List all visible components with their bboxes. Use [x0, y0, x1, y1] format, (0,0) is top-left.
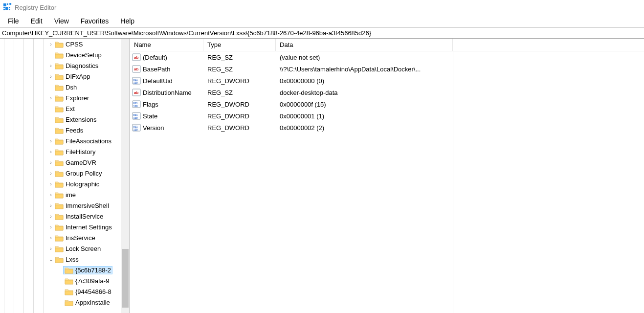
- chevron-right-icon[interactable]: ›: [48, 170, 54, 176]
- menu-file[interactable]: File: [3, 16, 24, 26]
- tree-item[interactable]: ›Explorer: [0, 92, 130, 103]
- value-data: 0x0000000f (15): [276, 98, 453, 110]
- tree-item-label: Diagnostics: [66, 62, 98, 69]
- value-name: Flags: [143, 101, 158, 108]
- menu-bar: FileEditViewFavoritesHelp: [0, 15, 644, 27]
- value-type: REG_DWORD: [203, 75, 276, 87]
- tree-item-label: DIFxApp: [66, 73, 90, 80]
- folder-icon: [55, 191, 64, 199]
- svg-rect-7: [9, 9, 10, 10]
- tree-item[interactable]: ⌄Lxss: [0, 254, 130, 265]
- value-data: \\?\C:\Users\tamalerhino\AppData\Local\D…: [276, 63, 453, 75]
- column-header-type[interactable]: Type: [203, 39, 276, 51]
- value-name: DistributionName: [143, 89, 192, 96]
- menu-favorites[interactable]: Favorites: [76, 16, 114, 26]
- tree-item-label: IrisService: [66, 234, 95, 242]
- tree-item[interactable]: ›ime: [0, 189, 130, 200]
- tree-item-label: {5c6b7188-2: [75, 267, 111, 274]
- chevron-down-icon[interactable]: ⌄: [48, 256, 54, 263]
- value-name: DefaultUid: [143, 77, 173, 85]
- value-row[interactable]: VersionREG_DWORD0x00000002 (2): [130, 122, 644, 134]
- chevron-right-icon[interactable]: ›: [48, 138, 54, 144]
- folder-icon: [55, 62, 64, 69]
- values-pane[interactable]: Name Type Data (Default)REG_SZ(value not…: [130, 39, 644, 313]
- tree-item[interactable]: ›FileHistory: [0, 146, 130, 157]
- tree-item[interactable]: ›CPSS: [0, 39, 130, 49]
- column-splitter[interactable]: [453, 51, 453, 313]
- chevron-right-icon[interactable]: ›: [48, 181, 54, 187]
- folder-icon: [55, 105, 64, 112]
- chevron-right-icon[interactable]: ›: [48, 246, 54, 251]
- folder-icon: [55, 224, 64, 231]
- tree-item[interactable]: Feeds: [0, 125, 130, 135]
- title-bar: Registry Editor: [0, 0, 644, 15]
- folder-icon: [55, 170, 64, 177]
- chevron-right-icon[interactable]: ›: [48, 149, 54, 155]
- chevron-right-icon[interactable]: ›: [48, 63, 54, 68]
- chevron-right-icon[interactable]: ›: [48, 213, 54, 219]
- value-type: REG_DWORD: [203, 98, 276, 110]
- folder-icon: [55, 202, 64, 209]
- folder-icon: [55, 159, 64, 166]
- tree-scrollbar[interactable]: [121, 39, 130, 313]
- tree-item[interactable]: ›DIFxApp: [0, 71, 130, 82]
- menu-view[interactable]: View: [49, 16, 74, 26]
- chevron-right-icon[interactable]: ›: [48, 235, 54, 241]
- column-headers[interactable]: Name Type Data: [130, 39, 644, 51]
- chevron-right-icon[interactable]: ›: [48, 224, 54, 230]
- chevron-right-icon[interactable]: ›: [48, 41, 54, 47]
- reg-sz-icon: [132, 65, 141, 73]
- tree-item[interactable]: ›IrisService: [0, 232, 130, 243]
- value-row[interactable]: BasePathREG_SZ\\?\C:\Users\tamalerhino\A…: [130, 63, 644, 75]
- chevron-right-icon[interactable]: ›: [48, 202, 54, 208]
- tree-item-label: FileAssociations: [66, 137, 111, 145]
- chevron-right-icon[interactable]: ›: [48, 159, 54, 165]
- tree-item[interactable]: ›Holographic: [0, 179, 130, 189]
- value-row[interactable]: (Default)REG_SZ(value not set): [130, 51, 644, 63]
- tree-item[interactable]: ›Lock Screen: [0, 243, 130, 254]
- tree-item-label: ImmersiveShell: [66, 202, 109, 209]
- tree-item-label: {7c309afa-9: [75, 277, 109, 285]
- tree-item-label: FileHistory: [66, 148, 95, 156]
- tree-scrollbar-thumb[interactable]: [122, 249, 129, 308]
- value-row[interactable]: DistributionNameREG_SZdocker-desktop-dat…: [130, 87, 644, 98]
- menu-edit[interactable]: Edit: [26, 16, 47, 26]
- tree-item[interactable]: {5c6b7188-2: [0, 265, 130, 275]
- tree-item[interactable]: {7c309afa-9: [0, 275, 130, 286]
- menu-help[interactable]: Help: [115, 16, 139, 26]
- column-header-data[interactable]: Data: [276, 39, 453, 51]
- column-header-fill: [453, 39, 644, 51]
- tree-item[interactable]: ›Diagnostics: [0, 60, 130, 71]
- tree-item[interactable]: Extensions: [0, 114, 130, 125]
- column-header-name[interactable]: Name: [130, 39, 203, 51]
- chevron-right-icon[interactable]: ›: [48, 192, 54, 198]
- tree-item[interactable]: {94454866-8: [0, 286, 130, 297]
- tree-item-label: Explorer: [66, 94, 89, 102]
- tree-item[interactable]: Ext: [0, 103, 130, 114]
- tree-item[interactable]: ›FileAssociations: [0, 135, 130, 146]
- tree-item[interactable]: ›InstallService: [0, 211, 130, 222]
- folder-icon: [55, 84, 64, 91]
- chevron-right-icon[interactable]: ›: [48, 73, 54, 79]
- tree-item[interactable]: Dsh: [0, 82, 130, 92]
- value-row[interactable]: DefaultUidREG_DWORD0x00000000 (0): [130, 75, 644, 87]
- tree-item[interactable]: ›GameDVR: [0, 157, 130, 168]
- value-type: REG_DWORD: [203, 110, 276, 122]
- tree-item[interactable]: AppxInstalle: [0, 297, 130, 308]
- value-row[interactable]: FlagsREG_DWORD0x0000000f (15): [130, 98, 644, 110]
- tree-item[interactable]: ›Group Policy: [0, 168, 130, 179]
- value-row[interactable]: StateREG_DWORD0x00000001 (1): [130, 110, 644, 122]
- tree-item[interactable]: ›ImmersiveShell: [0, 200, 130, 211]
- chevron-right-icon[interactable]: ›: [48, 95, 54, 101]
- svg-rect-1: [7, 3, 8, 5]
- tree-item[interactable]: DeviceSetup: [0, 49, 130, 60]
- folder-icon: [55, 234, 64, 242]
- folder-icon: [55, 256, 64, 263]
- tree-item-label: DeviceSetup: [66, 51, 102, 59]
- value-type: REG_DWORD: [203, 122, 276, 134]
- tree-item[interactable]: ›Internet Settings: [0, 222, 130, 232]
- folder-icon: [55, 137, 64, 145]
- value-data: docker-desktop-data: [276, 87, 453, 98]
- address-bar[interactable]: Computer\HKEY_CURRENT_USER\Software\Micr…: [0, 27, 644, 39]
- tree-pane[interactable]: ›CPSSDeviceSetup›Diagnostics›DIFxAppDsh›…: [0, 39, 130, 313]
